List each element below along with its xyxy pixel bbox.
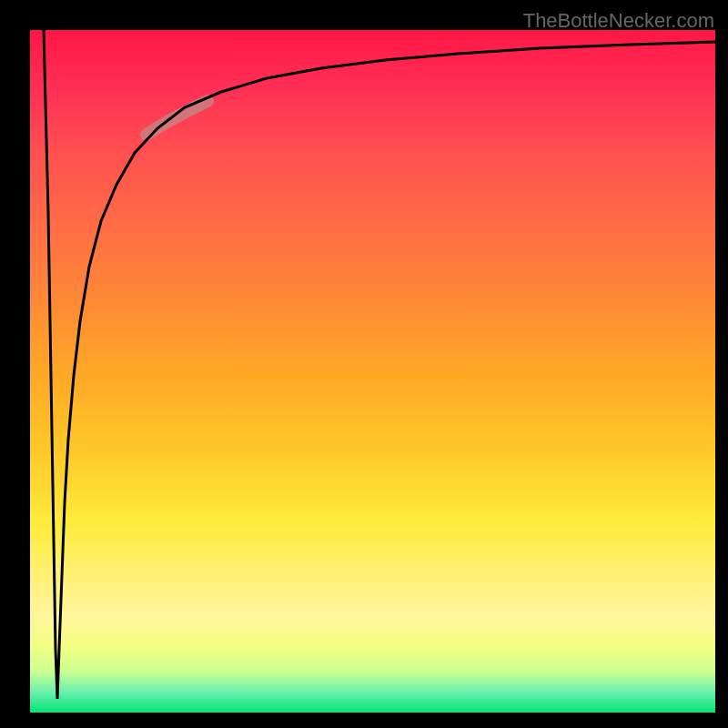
attribution-text: TheBottleNecker.com [523, 9, 714, 33]
chart-svg [30, 30, 715, 713]
chart-container [30, 30, 715, 713]
